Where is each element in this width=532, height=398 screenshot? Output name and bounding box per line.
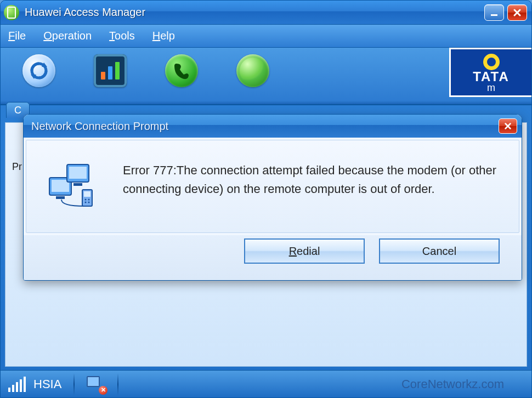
svg-rect-3 bbox=[56, 196, 65, 199]
signal-icon bbox=[8, 377, 26, 392]
dialog-title: Network Connection Prompt bbox=[31, 120, 168, 133]
menu-file[interactable]: File bbox=[8, 30, 26, 42]
globe-button[interactable] bbox=[236, 54, 269, 87]
redial-button[interactable]: Redial bbox=[244, 238, 365, 264]
menu-help[interactable]: Help bbox=[152, 30, 175, 42]
svg-rect-0 bbox=[491, 14, 497, 16]
dialog-close-button[interactable] bbox=[499, 118, 517, 134]
svg-point-10 bbox=[88, 199, 90, 201]
status-bar: HSIA ✕ CoreNetworkz.com bbox=[1, 370, 531, 397]
window-title: Huawei Access Manager bbox=[25, 6, 484, 19]
svg-rect-5 bbox=[69, 167, 87, 179]
titlebar: Huawei Access Manager bbox=[1, 1, 531, 25]
close-button[interactable] bbox=[507, 4, 527, 21]
bar-chart-icon bbox=[101, 62, 120, 79]
cancel-button[interactable]: Cancel bbox=[379, 238, 500, 264]
svg-rect-8 bbox=[84, 191, 90, 197]
network-computers-icon bbox=[46, 160, 106, 214]
svg-point-9 bbox=[85, 199, 87, 201]
brand-text-2: m bbox=[487, 82, 495, 94]
app-icon bbox=[4, 5, 19, 20]
dialog-titlebar: Network Connection Prompt bbox=[24, 115, 522, 138]
content-label: Pr bbox=[12, 161, 22, 173]
menubar: File Operation Tools Help bbox=[1, 25, 531, 48]
brand-logo: TATA m bbox=[449, 48, 531, 97]
status-network: HSIA bbox=[33, 377, 61, 391]
svg-rect-6 bbox=[73, 183, 82, 186]
statistics-button[interactable] bbox=[94, 54, 127, 87]
brand-ring-icon bbox=[483, 54, 500, 70]
svg-rect-2 bbox=[52, 180, 69, 192]
sync-button[interactable] bbox=[22, 54, 55, 87]
svg-point-11 bbox=[85, 202, 87, 203]
minimize-button[interactable] bbox=[484, 4, 504, 21]
dialog-network-prompt: Network Connection Prompt Error 777:The … bbox=[23, 114, 522, 281]
menu-tools[interactable]: Tools bbox=[109, 30, 135, 42]
phone-button[interactable] bbox=[165, 54, 198, 87]
svg-point-12 bbox=[88, 202, 90, 203]
menu-operation[interactable]: Operation bbox=[43, 30, 92, 42]
network-error-icon: ✕ bbox=[87, 376, 105, 393]
status-divider bbox=[73, 373, 75, 395]
toolbar: TATA m bbox=[1, 48, 531, 105]
watermark: CoreNetworkz.com bbox=[401, 377, 504, 391]
dialog-message: Error 777:The connection attempt failed … bbox=[123, 160, 497, 214]
status-divider bbox=[117, 373, 118, 395]
